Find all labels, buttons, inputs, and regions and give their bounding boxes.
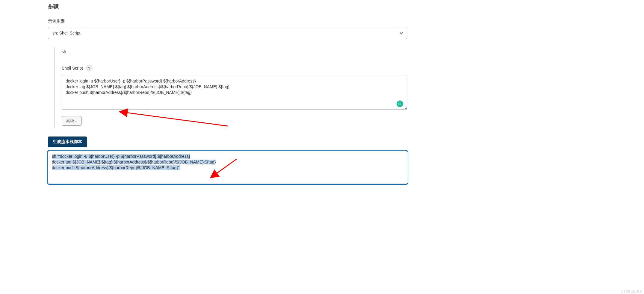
example-step-select-value: sh: Shell Script [52, 31, 80, 35]
advanced-button[interactable]: 高级... [62, 116, 82, 126]
shell-script-label: Shell Script [62, 66, 83, 70]
shell-script-input[interactable] [62, 75, 407, 110]
help-icon[interactable]: ? [86, 65, 93, 71]
section-title: 步骤 [48, 3, 407, 10]
pipeline-script-output-text: sh '''docker login -u ${harborUser} -p $… [52, 154, 216, 170]
pipeline-script-output[interactable]: sh '''docker login -u ${harborUser} -p $… [48, 151, 407, 184]
example-step-label: 示例步骤 [48, 19, 407, 24]
step-command-name: sh [62, 49, 407, 54]
step-detail-block: sh Shell Script ? G 高级... [54, 47, 407, 128]
example-step-select[interactable]: sh: Shell Script [48, 27, 407, 39]
chevron-down-icon [399, 31, 403, 35]
generate-pipeline-script-button[interactable]: 生成流水线脚本 [48, 136, 87, 147]
